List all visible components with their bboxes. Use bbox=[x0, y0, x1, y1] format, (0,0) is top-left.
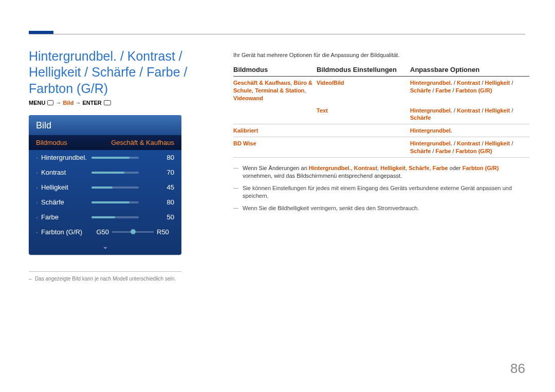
osd-label: Hintergrundbel. bbox=[41, 154, 91, 161]
osd-bar[interactable] bbox=[91, 172, 139, 174]
table-row: KalibriertHintergrundbel. bbox=[233, 124, 529, 137]
bullet-icon: · bbox=[36, 169, 41, 176]
cell-mode-empty bbox=[233, 107, 317, 122]
menu-step-bild: Bild bbox=[63, 100, 74, 106]
bullet-icon: · bbox=[36, 228, 41, 236]
bullet-icon: · bbox=[36, 154, 41, 161]
osd-selected-row[interactable]: Bildmodus Geschäft & Kaufhaus bbox=[29, 135, 181, 150]
osd-bar[interactable] bbox=[91, 186, 139, 189]
footnote: Das angezeigte Bild kann je nach Modell … bbox=[29, 276, 176, 282]
cell-setting: Text bbox=[317, 107, 410, 122]
cell-options: Hintergrundbel. / Kontrast / Helligkeit … bbox=[410, 140, 529, 155]
osd-gr-g: G50 bbox=[91, 228, 109, 236]
osd-value: 50 bbox=[157, 213, 174, 221]
osd-label: Kontrast bbox=[41, 169, 91, 176]
osd-row-2[interactable]: ·Helligkeit45 bbox=[29, 180, 181, 195]
bullet-icon: · bbox=[36, 198, 41, 206]
osd-bar[interactable] bbox=[91, 201, 139, 203]
menu-icon bbox=[47, 100, 53, 105]
osd-row-4[interactable]: ·Farbe50 bbox=[29, 210, 181, 225]
osd-bar-fill bbox=[91, 172, 124, 174]
menu-label: MENU bbox=[29, 100, 45, 106]
th-bildmodus: Bildmodus bbox=[233, 66, 317, 73]
osd-label: Schärfe bbox=[41, 198, 91, 206]
cell-options: Hintergrundbel. / Kontrast / Helligkeit … bbox=[410, 107, 529, 122]
osd-value: 80 bbox=[157, 154, 174, 161]
enter-label: ENTER bbox=[82, 100, 101, 106]
osd-bar-fill bbox=[91, 157, 130, 159]
top-rule bbox=[29, 34, 525, 34]
cell-mode: Geschäft & Kaufhaus, Büro & Schule, Term… bbox=[233, 79, 317, 102]
cell-setting bbox=[317, 140, 410, 155]
bullet-icon: · bbox=[36, 183, 41, 191]
cell-mode: Kalibriert bbox=[233, 127, 317, 135]
osd-title: Bild bbox=[29, 115, 181, 135]
osd-sel-value: Geschäft & Kaufhaus bbox=[91, 139, 174, 146]
cell-options: Hintergrundbel. bbox=[410, 127, 529, 135]
cell-setting bbox=[317, 127, 410, 135]
th-optionen: Anpassbare Optionen bbox=[410, 66, 529, 73]
table-row: TextHintergrundbel. / Kontrast / Helligk… bbox=[233, 104, 529, 125]
osd-bar-fill bbox=[91, 186, 113, 189]
arrow-2: → bbox=[75, 100, 81, 106]
cell-options: Hintergrundbel. / Kontrast / Helligkeit … bbox=[410, 79, 529, 102]
footnote-rule bbox=[29, 271, 181, 272]
cell-mode: BD Wise bbox=[233, 140, 317, 155]
page-number: 86 bbox=[510, 361, 525, 377]
bullet-icon: · bbox=[36, 213, 41, 221]
intro-text: Ihr Gerät hat mehrere Optionen für die A… bbox=[233, 52, 399, 58]
osd-row-0[interactable]: ·Hintergrundbel.80 bbox=[29, 150, 181, 165]
osd-gr-label: Farbton (G/R) bbox=[41, 228, 91, 236]
footnote-text: Das angezeigte Bild kann je nach Modell … bbox=[35, 276, 176, 282]
menu-path: MENU → Bild → ENTER bbox=[29, 100, 111, 106]
arrow-1: → bbox=[56, 100, 62, 106]
osd-bar[interactable] bbox=[91, 216, 139, 218]
cell-setting: Video/Bild bbox=[317, 79, 410, 102]
osd-bar-fill bbox=[91, 201, 130, 203]
page-title: Hintergrundbel. / Kontrast / Helligkeit … bbox=[29, 48, 209, 97]
slider-knob-icon bbox=[131, 229, 136, 234]
table-row: BD WiseHintergrundbel. / Kontrast / Hell… bbox=[233, 137, 529, 158]
osd-sel-label: Bildmodus bbox=[36, 139, 91, 146]
osd-gr-bar[interactable] bbox=[112, 231, 154, 233]
osd-row-3[interactable]: ·Schärfe80 bbox=[29, 195, 181, 210]
note-item: Wenn Sie die Bildhelligkeit verringern, … bbox=[233, 204, 529, 212]
note-item: Wenn Sie Änderungen an Hintergrundbel., … bbox=[233, 164, 529, 180]
osd-label: Helligkeit bbox=[41, 183, 91, 191]
note-item: Sie können Einstellungen für jedes mit e… bbox=[233, 184, 529, 200]
osd-row-farbton[interactable]: · Farbton (G/R) G50 R50 bbox=[29, 225, 181, 239]
osd-bar-fill bbox=[91, 216, 115, 218]
osd-value: 45 bbox=[157, 183, 174, 191]
chevron-down-icon[interactable]: ⌄ bbox=[102, 242, 108, 250]
enter-icon bbox=[104, 100, 111, 105]
osd-panel: Bild Bildmodus Geschäft & Kaufhaus ·Hint… bbox=[29, 115, 181, 255]
table-row: Geschäft & Kaufhaus, Büro & Schule, Term… bbox=[233, 77, 529, 104]
osd-bar[interactable] bbox=[91, 157, 139, 159]
notes-list: Wenn Sie Änderungen an Hintergrundbel., … bbox=[233, 164, 529, 216]
osd-value: 80 bbox=[157, 198, 174, 206]
osd-label: Farbe bbox=[41, 213, 91, 221]
osd-row-1[interactable]: ·Kontrast70 bbox=[29, 165, 181, 180]
th-einstellungen: Bildmodus Einstellungen bbox=[317, 66, 410, 73]
options-table: Bildmodus Bildmodus Einstellungen Anpass… bbox=[233, 66, 529, 158]
osd-value: 70 bbox=[157, 169, 174, 176]
osd-gr-r: R50 bbox=[157, 228, 174, 236]
table-header: Bildmodus Bildmodus Einstellungen Anpass… bbox=[233, 66, 529, 77]
osd-footer: ⌄ bbox=[29, 239, 181, 255]
